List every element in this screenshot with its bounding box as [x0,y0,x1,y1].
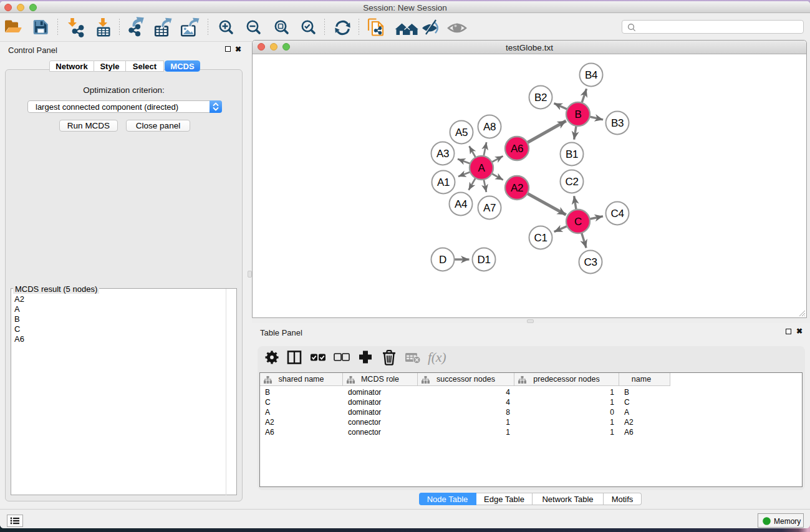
svg-text:C3: C3 [584,256,597,268]
svg-text:C4: C4 [610,208,624,220]
svg-text:C2: C2 [565,176,578,188]
svg-text:A5: A5 [455,127,468,138]
svg-text:A3: A3 [436,148,449,160]
svg-text:A: A [478,162,485,174]
svg-text:f(x): f(x) [428,349,446,365]
svg-text:B3: B3 [611,117,624,129]
svg-text:A7: A7 [483,202,496,214]
svg-text:B2: B2 [534,92,547,104]
svg-text:A8: A8 [483,121,496,133]
svg-text:C: C [574,216,582,228]
svg-text:D: D [439,254,446,266]
svg-text:A2: A2 [511,182,523,194]
svg-text:A1: A1 [437,177,450,188]
svg-text:A4: A4 [455,198,467,210]
svg-text:D1: D1 [477,254,490,266]
svg-text:B4: B4 [585,69,597,81]
svg-text:B1: B1 [566,148,578,160]
svg-text:A6: A6 [511,143,523,155]
svg-text:B: B [574,109,581,120]
svg-text:C1: C1 [534,232,547,244]
